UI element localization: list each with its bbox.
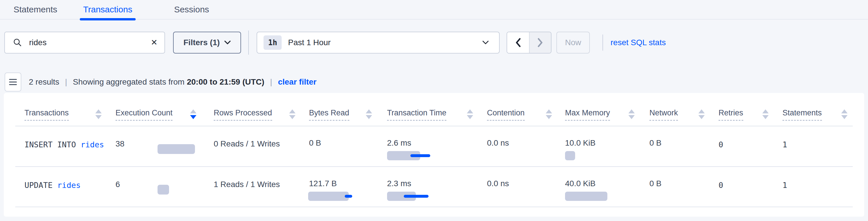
- showing-stats-range: 20:00 to 21:59 (UTC): [187, 77, 265, 87]
- cell-execution-count: 6: [116, 180, 120, 189]
- cell-contention: 0.0 ns: [487, 179, 509, 188]
- transaction-time-bar: [387, 151, 420, 161]
- results-count: 2 results: [29, 77, 59, 87]
- time-range-badge: 1h: [264, 35, 282, 50]
- max-memory-bar: [565, 151, 575, 161]
- filters-button[interactable]: Filters (1): [173, 32, 241, 54]
- table-name-link[interactable]: rides: [57, 181, 81, 190]
- cell-rows-processed: 0 Reads / 1 Writes: [214, 139, 280, 149]
- toolbar: ✕ Filters (1) 1h Past 1 Hour: [0, 32, 868, 54]
- prev-interval-button[interactable]: [507, 32, 529, 53]
- transaction-fingerprint[interactable]: UPDATE rides: [25, 181, 81, 190]
- tab-bar: Statements Transactions Sessions: [0, 0, 868, 20]
- search-input[interactable]: [29, 38, 151, 47]
- search-box[interactable]: ✕: [4, 32, 165, 54]
- transactions-table: Transactions Execution Count Rows Proces…: [4, 93, 864, 217]
- cell-max-memory: 40.0 KiB: [565, 179, 595, 188]
- next-interval-button[interactable]: [529, 32, 551, 53]
- cell-bytes-read: 121.7 B: [309, 179, 337, 188]
- chevron-left-icon: [515, 38, 521, 47]
- results-bar: 2 results | Showing aggregated stats fro…: [0, 72, 868, 92]
- sort-icon[interactable]: [546, 109, 552, 119]
- row-separator: [15, 207, 853, 207]
- row-separator: [15, 126, 853, 126]
- now-button[interactable]: Now: [556, 32, 590, 54]
- cell-transaction-time: 2.6 ms: [387, 138, 411, 148]
- sort-icon[interactable]: [762, 109, 769, 119]
- sort-icon-active-desc[interactable]: [190, 109, 196, 119]
- tab-statements[interactable]: Statements: [10, 0, 61, 19]
- col-header-network[interactable]: Network: [649, 108, 678, 121]
- toolbar-divider: [248, 31, 249, 55]
- sort-icon[interactable]: [467, 109, 473, 119]
- cell-retries: 0: [718, 181, 723, 190]
- cell-contention: 0.0 ns: [487, 138, 509, 148]
- cell-transaction-time: 2.3 ms: [387, 179, 411, 188]
- reset-sql-stats-link[interactable]: reset SQL stats: [611, 38, 666, 47]
- tab-sessions[interactable]: Sessions: [170, 0, 213, 19]
- chevron-down-icon: [224, 40, 231, 44]
- cell-statements: 1: [782, 181, 787, 190]
- sort-icon[interactable]: [841, 109, 847, 119]
- clear-search-icon[interactable]: ✕: [151, 38, 158, 46]
- col-header-transactions[interactable]: Transactions: [25, 108, 69, 121]
- cell-network: 0 B: [649, 179, 661, 188]
- list-icon: [9, 78, 17, 86]
- table-name-link[interactable]: rides: [81, 140, 104, 149]
- sort-icon[interactable]: [628, 109, 635, 119]
- divider: |: [65, 77, 67, 87]
- col-header-transaction-time[interactable]: Transaction Time: [387, 108, 446, 121]
- bytes-read-bar: [308, 192, 349, 201]
- col-header-execution-count[interactable]: Execution Count: [116, 108, 173, 121]
- col-header-statements[interactable]: Statements: [782, 108, 822, 121]
- cell-rows-processed: 1 Reads / 1 Writes: [214, 180, 280, 189]
- tab-transactions[interactable]: Transactions: [80, 0, 136, 19]
- column-selector-button[interactable]: [5, 72, 21, 92]
- max-memory-bar: [565, 192, 608, 201]
- col-header-bytes-read[interactable]: Bytes Read: [309, 108, 349, 121]
- sort-icon[interactable]: [699, 109, 705, 119]
- chevron-right-icon: [537, 38, 543, 47]
- col-header-retries[interactable]: Retries: [718, 108, 743, 121]
- toolbar-divider: [602, 34, 603, 51]
- cell-statements: 1: [782, 140, 787, 150]
- filters-button-label: Filters (1): [183, 38, 220, 47]
- sort-icon[interactable]: [289, 109, 296, 119]
- transaction-fingerprint[interactable]: INSERT INTO rides: [25, 140, 104, 150]
- execution-count-bar: [158, 185, 169, 194]
- cell-retries: 0: [718, 140, 723, 150]
- divider: |: [270, 77, 272, 87]
- cell-bytes-read: 0 B: [309, 138, 321, 148]
- cell-max-memory: 10.0 KiB: [565, 138, 595, 148]
- showing-stats-text: Showing aggregated stats from: [73, 77, 185, 87]
- cell-execution-count: 38: [116, 139, 124, 149]
- search-icon: [13, 38, 22, 47]
- col-header-contention[interactable]: Contention: [487, 108, 525, 121]
- col-header-max-memory[interactable]: Max Memory: [565, 108, 610, 121]
- execution-count-bar: [158, 144, 195, 154]
- chevron-down-icon: [483, 40, 489, 44]
- sort-icon[interactable]: [95, 109, 102, 119]
- clear-filter-link[interactable]: clear filter: [278, 77, 316, 87]
- transaction-time-bar: [387, 192, 416, 201]
- time-range-select[interactable]: 1h Past 1 Hour: [257, 32, 500, 54]
- cell-network: 0 B: [649, 138, 661, 148]
- col-header-rows-processed[interactable]: Rows Processed: [214, 108, 272, 121]
- row-separator: [15, 166, 853, 167]
- time-range-label: Past 1 Hour: [288, 38, 483, 47]
- time-nav-group: [506, 32, 552, 54]
- sort-icon[interactable]: [366, 109, 372, 119]
